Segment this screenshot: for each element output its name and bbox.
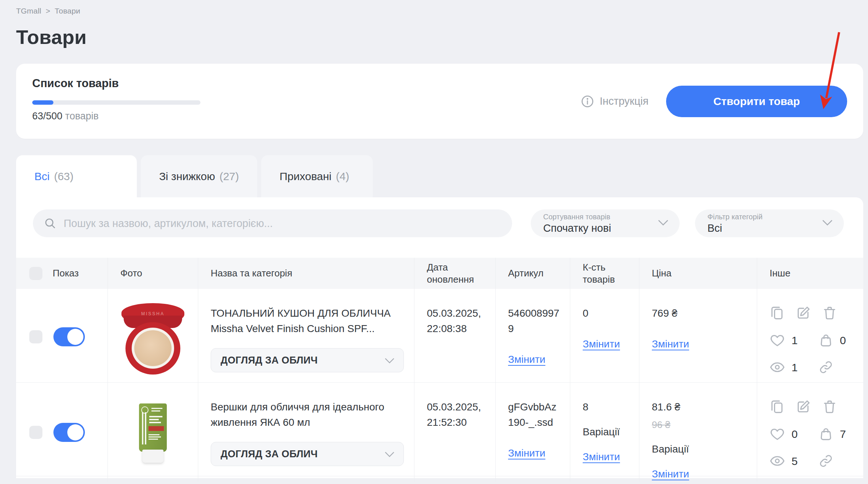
sku-change-link[interactable]: Змінити bbox=[508, 446, 545, 461]
chevron-down-icon bbox=[384, 357, 395, 364]
breadcrumb-current: Товари bbox=[55, 7, 80, 15]
sku-value: gFGvbbAz190-_.ssd bbox=[508, 399, 561, 430]
quantity-value: 0 bbox=[583, 306, 639, 321]
category-select[interactable]: ДОГЛЯД ЗА ОБЛИЧ bbox=[211, 348, 404, 372]
info-icon bbox=[580, 94, 594, 108]
tab-discounted-count: (27) bbox=[219, 170, 239, 183]
link-icon[interactable] bbox=[818, 453, 834, 469]
visibility-toggle[interactable] bbox=[53, 327, 85, 346]
select-all-checkbox[interactable] bbox=[29, 267, 42, 280]
favorites-count: 0 bbox=[792, 426, 803, 442]
sku-value: 5460089979 bbox=[508, 306, 561, 336]
col-photo: Фото bbox=[108, 258, 198, 289]
tab-hidden-label: Приховані bbox=[279, 170, 331, 183]
product-limit-block: Список товарів 63/500 товарів bbox=[32, 77, 200, 122]
category-value: ДОГЛЯД ЗА ОБЛИЧ bbox=[221, 353, 367, 368]
cart-icon[interactable] bbox=[818, 332, 834, 348]
link-icon[interactable] bbox=[818, 359, 834, 375]
col-quantity: К-сть товарів bbox=[570, 258, 630, 289]
products-toolbar: Сортування товарів Спочатку нові Фільтр … bbox=[16, 209, 863, 237]
instruction-label: Інструкція bbox=[600, 95, 649, 107]
page-title: Товари bbox=[16, 26, 863, 48]
quantity-change-link[interactable]: Змінити bbox=[583, 336, 620, 352]
product-photo[interactable] bbox=[116, 395, 189, 470]
visibility-toggle[interactable] bbox=[53, 423, 85, 442]
quantity-cell: 8 Варіації Змінити bbox=[570, 383, 639, 482]
product-name[interactable]: ТОНАЛЬНИЙ КУШОН ДЛЯ ОБЛИЧЧА Missha Velve… bbox=[211, 306, 410, 336]
duplicate-icon[interactable] bbox=[769, 305, 785, 321]
sku-change-link[interactable]: Змінити bbox=[508, 352, 545, 367]
table-row: Вершки для обличчя для ідеального живлен… bbox=[16, 383, 863, 476]
search-box[interactable] bbox=[33, 209, 512, 237]
product-limit-progressbar bbox=[32, 100, 200, 105]
table-row: MISSHA ТОНАЛЬНИЙ КУШОН ДЛЯ ОБЛИЧЧА Missh… bbox=[16, 289, 863, 383]
price-change-link[interactable]: Змінити bbox=[652, 466, 689, 482]
price-note: Варіації bbox=[652, 442, 757, 457]
updated-cell: 05.03.2025, 21:52:30 bbox=[414, 383, 495, 482]
product-count-unit: товарів bbox=[63, 111, 99, 122]
favorites-icon[interactable] bbox=[769, 332, 786, 348]
tab-all-label: Всі bbox=[34, 170, 50, 183]
products-content-card: Сортування товарів Спочатку нові Фільтр … bbox=[16, 197, 863, 478]
filter-label: Фільтр категорій bbox=[707, 213, 833, 221]
products-page: TGmall > Товари Товари Список товарів 63… bbox=[0, 0, 868, 478]
col-price: Ціна bbox=[639, 258, 757, 289]
row-checkbox[interactable] bbox=[29, 330, 42, 343]
price-value: 769 ₴ bbox=[652, 306, 757, 321]
breadcrumb: TGmall > Товари bbox=[16, 7, 863, 15]
col-other: Інше bbox=[757, 258, 863, 289]
search-input[interactable] bbox=[64, 217, 501, 230]
col-sku: Артикул bbox=[495, 258, 570, 289]
product-count: 63/500 bbox=[32, 111, 63, 122]
category-value: ДОГЛЯД ЗА ОБЛИЧ bbox=[221, 447, 367, 462]
price-change-link[interactable]: Змінити bbox=[652, 336, 689, 352]
updated-cell: 05.03.2025, 22:08:38 bbox=[414, 289, 495, 385]
cart-icon[interactable] bbox=[818, 426, 834, 442]
breadcrumb-root[interactable]: TGmall bbox=[16, 7, 41, 15]
duplicate-icon[interactable] bbox=[769, 399, 785, 415]
search-icon bbox=[44, 217, 56, 230]
cart-count: 7 bbox=[840, 426, 851, 442]
product-photo[interactable]: MISSHA bbox=[116, 299, 189, 375]
actions-cell: 0 7 bbox=[757, 383, 863, 482]
views-count: 5 bbox=[792, 453, 803, 469]
col-show: Показ bbox=[53, 267, 79, 279]
actions-cell: 1 0 bbox=[757, 289, 863, 385]
tab-all-count: (63) bbox=[54, 170, 74, 183]
col-updated: Дата оновлення bbox=[414, 258, 487, 289]
quantity-cell: 0 Змінити bbox=[570, 289, 639, 385]
delete-icon[interactable] bbox=[822, 305, 838, 321]
sku-cell: 5460089979 Змінити bbox=[495, 289, 570, 385]
views-icon[interactable] bbox=[769, 453, 786, 469]
sort-select[interactable]: Сортування товарів Спочатку нові bbox=[531, 209, 680, 237]
price-value: 81.6 ₴ bbox=[652, 399, 757, 415]
toggle-knob bbox=[67, 424, 83, 440]
product-name[interactable]: Вершки для обличчя для ідеального живлен… bbox=[211, 399, 410, 430]
category-select[interactable]: ДОГЛЯД ЗА ОБЛИЧ bbox=[211, 442, 404, 466]
row-checkbox[interactable] bbox=[29, 426, 42, 439]
tab-all[interactable]: Всі (63) bbox=[16, 155, 137, 197]
table-header: Показ Фото Назва та категорія Дата оновл… bbox=[16, 258, 863, 289]
instruction-link[interactable]: Інструкція bbox=[580, 94, 649, 108]
product-limit-label: 63/500 товарів bbox=[32, 111, 200, 122]
filter-value: Всі bbox=[707, 222, 833, 234]
edit-icon[interactable] bbox=[795, 305, 811, 321]
tab-discounted-label: Зі знижкою bbox=[159, 170, 215, 183]
views-icon[interactable] bbox=[769, 359, 786, 375]
tab-discounted[interactable]: Зі знижкою (27) bbox=[141, 155, 257, 197]
chevron-down-icon bbox=[384, 451, 395, 458]
delete-icon[interactable] bbox=[822, 399, 838, 415]
create-product-button[interactable]: Створити товар bbox=[666, 86, 847, 117]
category-filter-select[interactable]: Фільтр категорій Всі bbox=[695, 209, 844, 237]
products-summary-card: Список товарів 63/500 товарів Інструкція… bbox=[16, 64, 863, 139]
edit-icon[interactable] bbox=[795, 399, 811, 415]
progress-fill bbox=[32, 100, 53, 105]
price-cell: 81.6 ₴ 96 ₴ Варіації Змінити bbox=[639, 383, 757, 482]
breadcrumb-separator: > bbox=[46, 7, 50, 15]
sort-value: Спочатку нові bbox=[543, 222, 669, 234]
favorites-icon[interactable] bbox=[769, 426, 786, 442]
quantity-change-link[interactable]: Змінити bbox=[583, 449, 620, 465]
sort-label: Сортування товарів bbox=[543, 213, 669, 221]
price-cell: 769 ₴ Змінити bbox=[639, 289, 757, 385]
tab-hidden[interactable]: Приховані (4) bbox=[261, 155, 373, 197]
